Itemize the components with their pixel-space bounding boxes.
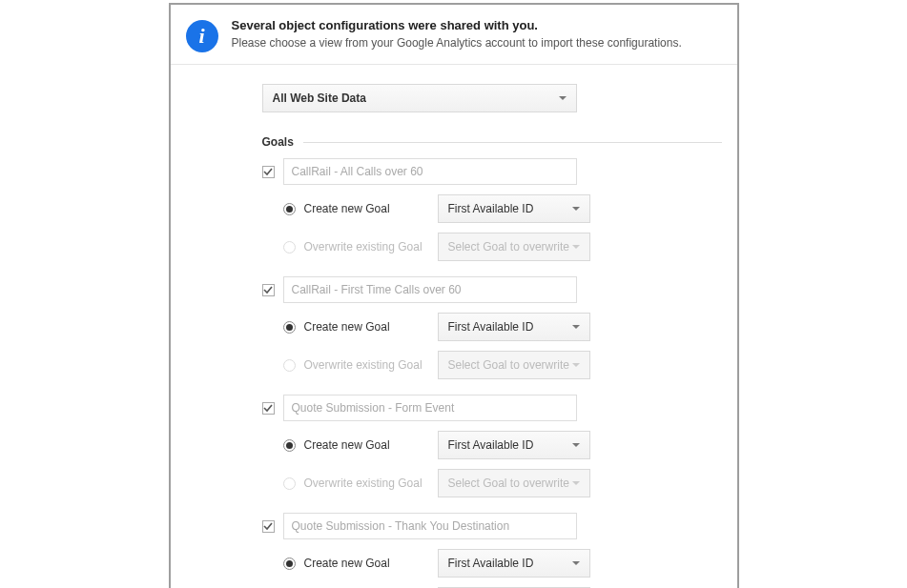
overwrite-radio[interactable]: [283, 477, 296, 490]
radio-cell: [283, 477, 304, 490]
goals-section-header: Goals: [262, 135, 722, 149]
goal-checkbox[interactable]: [262, 284, 275, 296]
dialog-subtitle: Please choose a view from your Google An…: [232, 36, 682, 50]
goal-block: Quote Submission - Thank You Destination…: [186, 513, 722, 588]
radio-cell: [283, 241, 304, 253]
create-option-row: Create new Goal First Available ID: [283, 431, 722, 459]
check-icon: [263, 403, 273, 413]
checkbox-cell: [262, 284, 283, 296]
goal-checkbox[interactable]: [262, 520, 275, 533]
goal-name-input[interactable]: CallRail - All Calls over 60: [283, 158, 577, 185]
goal-name-input[interactable]: CallRail - First Time Calls over 60: [283, 276, 577, 303]
overwrite-goal-select-value: Select Goal to overwrite: [448, 240, 569, 253]
overwrite-radio[interactable]: [283, 359, 296, 372]
chevron-down-icon: [572, 245, 580, 249]
view-select-row: All Web Site Data: [186, 84, 722, 112]
chevron-down-icon: [572, 443, 580, 447]
create-radio[interactable]: [283, 321, 296, 334]
chevron-down-icon: [572, 363, 580, 367]
goal-id-select-value: First Available ID: [448, 557, 534, 570]
dialog-body: All Web Site Data Goals CallRail - All C…: [171, 65, 737, 588]
goal-title-row: CallRail - All Calls over 60: [262, 158, 722, 185]
chevron-down-icon: [572, 325, 580, 329]
create-option-label: Create new Goal: [304, 320, 438, 334]
goal-block: CallRail - All Calls over 60 Create new …: [186, 158, 722, 261]
goal-id-select-value: First Available ID: [448, 202, 534, 215]
chevron-down-icon: [572, 561, 580, 565]
create-radio[interactable]: [283, 439, 296, 452]
overwrite-goal-select: Select Goal to overwrite: [438, 351, 590, 379]
check-icon: [263, 167, 273, 176]
goal-name-input[interactable]: Quote Submission - Form Event: [283, 395, 577, 421]
radio-cell: [283, 203, 304, 215]
goal-name-input[interactable]: Quote Submission - Thank You Destination: [283, 513, 577, 539]
check-icon: [263, 521, 273, 531]
dialog-header: i Several object configurations were sha…: [171, 5, 737, 65]
overwrite-goal-select: Select Goal to overwrite: [438, 233, 590, 261]
goals-section-label: Goals: [262, 135, 294, 149]
goal-block: CallRail - First Time Calls over 60 Crea…: [186, 276, 722, 379]
overwrite-radio[interactable]: [283, 241, 296, 253]
create-option-row: Create new Goal First Available ID: [283, 313, 722, 341]
create-radio[interactable]: [283, 203, 296, 215]
goal-id-select[interactable]: First Available ID: [438, 549, 590, 578]
overwrite-goal-select: Select Goal to overwrite: [438, 469, 590, 497]
radio-cell: [283, 321, 304, 334]
overwrite-option-row: Overwrite existing Goal Select Goal to o…: [283, 233, 722, 261]
view-select-value: All Web Site Data: [273, 91, 366, 105]
dialog-title: Several object configurations were share…: [232, 18, 682, 32]
view-select[interactable]: All Web Site Data: [262, 84, 577, 112]
create-option-label: Create new Goal: [304, 438, 438, 452]
chevron-down-icon: [572, 481, 580, 485]
goal-title-row: CallRail - First Time Calls over 60: [262, 276, 722, 303]
checkbox-cell: [262, 166, 283, 178]
import-config-dialog: i Several object configurations were sha…: [169, 3, 739, 588]
goal-checkbox[interactable]: [262, 402, 275, 415]
radio-cell: [283, 359, 304, 372]
checkbox-cell: [262, 520, 283, 533]
divider: [303, 142, 722, 143]
overwrite-option-label: Overwrite existing Goal: [304, 476, 438, 490]
overwrite-option-row: Overwrite existing Goal Select Goal to o…: [283, 351, 722, 379]
radio-cell: [283, 558, 304, 570]
overwrite-option-label: Overwrite existing Goal: [304, 358, 438, 372]
goal-id-select[interactable]: First Available ID: [438, 431, 590, 459]
goal-title-row: Quote Submission - Form Event: [262, 395, 722, 421]
header-text: Several object configurations were share…: [232, 18, 682, 50]
overwrite-goal-select-value: Select Goal to overwrite: [448, 358, 569, 372]
goal-id-select-value: First Available ID: [448, 438, 534, 452]
goal-block: Quote Submission - Form Event Create new…: [186, 395, 722, 497]
goal-checkbox[interactable]: [262, 166, 275, 178]
chevron-down-icon: [559, 96, 567, 100]
overwrite-option-label: Overwrite existing Goal: [304, 240, 438, 253]
goal-title-row: Quote Submission - Thank You Destination: [262, 513, 722, 539]
info-icon: i: [186, 20, 218, 52]
radio-cell: [283, 439, 304, 452]
chevron-down-icon: [572, 207, 580, 211]
goal-id-select[interactable]: First Available ID: [438, 313, 590, 341]
create-option-row: Create new Goal First Available ID: [283, 194, 722, 223]
create-option-row: Create new Goal First Available ID: [283, 549, 722, 578]
checkbox-cell: [262, 402, 283, 415]
check-icon: [263, 285, 273, 294]
goal-id-select[interactable]: First Available ID: [438, 194, 590, 223]
overwrite-goal-select-value: Select Goal to overwrite: [448, 476, 569, 490]
create-option-label: Create new Goal: [304, 202, 438, 215]
goal-id-select-value: First Available ID: [448, 320, 534, 334]
goals-list: CallRail - All Calls over 60 Create new …: [186, 158, 722, 588]
create-option-label: Create new Goal: [304, 557, 438, 570]
create-radio[interactable]: [283, 558, 296, 570]
overwrite-option-row: Overwrite existing Goal Select Goal to o…: [283, 469, 722, 497]
